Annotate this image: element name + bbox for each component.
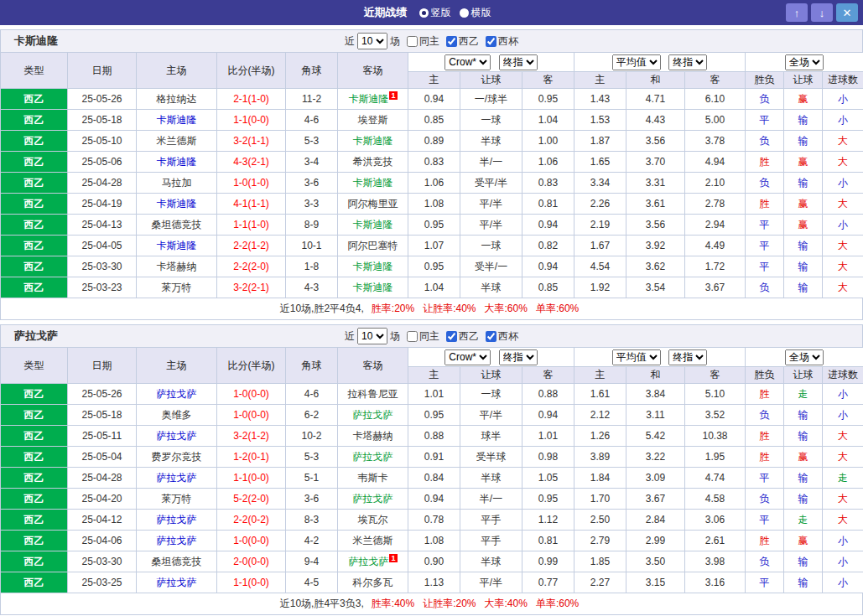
home-team-name[interactable]: 桑坦德竞技 (152, 219, 202, 230)
away-team-name[interactable]: 米兰德斯 (353, 535, 393, 546)
away-team-name[interactable]: 萨拉戈萨 (353, 409, 393, 421)
league-label: 西乙 (459, 329, 479, 344)
final-odds-select-2[interactable]: 终指 (668, 349, 707, 365)
home-team-name[interactable]: 萨拉戈萨 (157, 514, 197, 525)
home-team-name[interactable]: 卡塔赫纳 (157, 261, 197, 272)
home-team-name[interactable]: 萨拉戈萨 (157, 472, 197, 484)
average-select[interactable]: 平均值 (612, 349, 661, 365)
cup-filter[interactable]: 西杯 (486, 329, 518, 344)
away-team-name[interactable]: 阿尔巴塞特 (348, 240, 398, 251)
home-team-name[interactable]: 桑坦德竞技 (152, 556, 202, 567)
handicap-result: 赢 (784, 89, 823, 110)
home-team-name[interactable]: 卡斯迪隆 (157, 114, 197, 126)
average-select[interactable]: 平均值 (612, 54, 661, 70)
bookmaker-select[interactable]: Crow* (444, 54, 491, 70)
score: 1-0(0-0) (217, 384, 286, 405)
away-team-name[interactable]: 阿尔梅里亚 (348, 198, 398, 210)
home-team-name[interactable]: 萨拉戈萨 (157, 577, 197, 588)
asian-odds-away: 1.01 (522, 426, 574, 447)
final-odds-select-2[interactable]: 终指 (668, 54, 707, 70)
euro-odds-away: 5.00 (685, 110, 746, 131)
league-checkbox[interactable] (446, 36, 457, 47)
bookmaker-select[interactable]: Crow* (444, 349, 491, 365)
home-team-cell: 马拉加 (137, 173, 217, 194)
away-team-name[interactable]: 卡斯迪隆 (353, 261, 393, 272)
cup-checkbox[interactable] (486, 331, 496, 342)
away-team-cell: 卡塔赫纳 (338, 426, 408, 447)
league-filter[interactable]: 西乙 (446, 329, 479, 344)
home-team-name[interactable]: 卡斯迪隆 (157, 240, 197, 251)
home-team-name[interactable]: 奥维多 (162, 409, 192, 421)
close-icon[interactable]: ✕ (836, 3, 858, 22)
match-row: 西乙25-04-28萨拉戈萨1-1(0-0)5-1韦斯卡0.84半球1.051.… (1, 468, 863, 489)
final-odds-select[interactable]: 终指 (499, 54, 538, 70)
col-header-handicap-result: 让球 (784, 367, 823, 384)
euro-odds-home: 1.53 (574, 110, 626, 131)
away-team-name[interactable]: 卡斯迪隆 (353, 282, 393, 293)
away-team-name[interactable]: 埃登斯 (358, 114, 388, 126)
away-team-name[interactable]: 萨拉戈萨 (353, 493, 393, 505)
handicap-result: 赢 (784, 447, 823, 468)
corners: 8-9 (286, 215, 338, 236)
match-result: 平 (746, 215, 784, 236)
away-team-name[interactable]: 科尔多瓦 (353, 577, 393, 588)
away-team-name[interactable]: 埃瓦尔 (358, 514, 388, 525)
home-team-cell: 萨拉戈萨 (137, 572, 217, 593)
cup-filter[interactable]: 西杯 (486, 34, 518, 49)
handicap-result: 走 (784, 510, 823, 531)
corners: 4-3 (286, 277, 338, 298)
vertical-layout-radio[interactable] (419, 8, 429, 18)
col-header-euro-away: 客 (685, 367, 746, 384)
match-count-select[interactable]: 10 (357, 33, 387, 49)
league-type: 西乙 (1, 489, 68, 510)
away-team-name[interactable]: 卡斯迪隆 (353, 135, 393, 147)
away-team-name[interactable]: 萨拉戈萨 (348, 556, 388, 567)
league-type: 西乙 (1, 131, 68, 152)
scope-select[interactable]: 全场 (785, 54, 824, 70)
corners: 5-3 (286, 447, 338, 468)
cup-checkbox[interactable] (486, 36, 496, 47)
same-home-filter[interactable]: 同主 (407, 329, 439, 344)
league-filter[interactable]: 西乙 (446, 34, 479, 49)
same-home-checkbox[interactable] (407, 36, 418, 47)
match-count-select[interactable]: 10 (357, 328, 387, 344)
home-team-name[interactable]: 卡斯迪隆 (157, 198, 197, 210)
home-team-cell: 萨拉戈萨 (137, 426, 217, 447)
score: 3-2(2-1) (217, 277, 286, 298)
away-team-name[interactable]: 卡斯迪隆 (348, 93, 388, 105)
same-home-checkbox[interactable] (407, 331, 418, 342)
home-team-name[interactable]: 萨拉戈萨 (157, 388, 197, 400)
away-team-name[interactable]: 萨拉戈萨 (353, 451, 393, 463)
home-team-name[interactable]: 莱万特 (162, 282, 192, 293)
home-team-name[interactable]: 萨拉戈萨 (157, 535, 197, 546)
away-team-name[interactable]: 拉科鲁尼亚 (348, 388, 398, 400)
home-team-name[interactable]: 卡斯迪隆 (157, 156, 197, 168)
horizontal-layout-label[interactable]: 横版 (471, 6, 491, 20)
home-team-name[interactable]: 费罗尔竞技 (152, 451, 202, 463)
vertical-layout-label[interactable]: 竖版 (431, 6, 451, 20)
asian-handicap: 平/半 (460, 194, 522, 215)
score: 2-2(0-2) (217, 510, 286, 531)
league-type: 西乙 (1, 173, 68, 194)
away-team-name[interactable]: 韦斯卡 (358, 472, 388, 484)
away-team-name[interactable]: 卡斯迪隆 (353, 219, 393, 230)
away-team-name[interactable]: 卡塔赫纳 (353, 430, 393, 442)
scroll-up-icon[interactable]: ↑ (786, 3, 808, 22)
horizontal-layout-radio[interactable] (460, 8, 469, 18)
corners: 4-5 (286, 572, 338, 593)
home-team-name[interactable]: 莱万特 (162, 493, 192, 505)
scroll-down-icon[interactable]: ↓ (811, 3, 833, 22)
scope-select[interactable]: 全场 (785, 349, 824, 365)
away-team-name[interactable]: 卡斯迪隆 (353, 177, 393, 189)
euro-odds-home: 2.27 (574, 572, 626, 593)
home-team-name[interactable]: 萨拉戈萨 (157, 430, 197, 442)
home-team-name[interactable]: 格拉纳达 (157, 93, 197, 105)
home-team-name[interactable]: 马拉加 (162, 177, 192, 189)
away-team-name[interactable]: 希洪竞技 (353, 156, 393, 168)
home-team-name[interactable]: 米兰德斯 (157, 135, 197, 147)
same-home-filter[interactable]: 同主 (407, 34, 439, 49)
asian-odds-away: 1.06 (522, 152, 574, 173)
match-result: 负 (746, 489, 784, 510)
league-checkbox[interactable] (446, 331, 457, 342)
final-odds-select[interactable]: 终指 (499, 349, 538, 365)
